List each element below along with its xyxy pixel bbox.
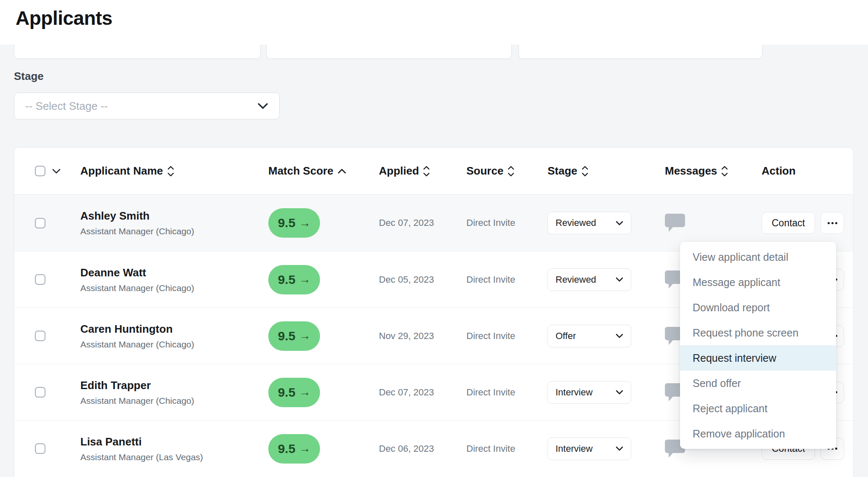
row-actions-menu: View applicant detail Message applicant …: [680, 242, 836, 449]
applicant-name[interactable]: Edith Trapper: [80, 379, 268, 392]
menu-item-view-applicant-detail[interactable]: View applicant detail: [680, 244, 836, 270]
applicant-role: Assistant Manager (Chicago): [80, 226, 268, 236]
row-checkbox[interactable]: [35, 443, 45, 454]
chevron-down-icon: [616, 334, 623, 338]
source-value: Direct Invite: [466, 331, 548, 342]
page-title: Applicants: [16, 7, 112, 29]
sort-icon: [167, 166, 174, 177]
match-score-badge[interactable]: 9.5→: [268, 265, 320, 294]
stage-filter-placeholder: -- Select Stage --: [25, 100, 108, 113]
column-header-stage[interactable]: Stage: [548, 164, 665, 178]
row-checkbox[interactable]: [35, 274, 45, 285]
table-header-row: Applicant Name Match Score Applied Sourc…: [14, 148, 853, 195]
applicant-name[interactable]: Caren Huntington: [80, 323, 268, 336]
applicant-role: Assistant Manager (Chicago): [80, 339, 268, 350]
sort-icon: [721, 166, 728, 177]
applicant-role: Assistant Manager (Las Vegas): [80, 452, 268, 462]
chevron-down-icon: [616, 390, 623, 395]
arrow-right-icon: →: [299, 387, 310, 398]
column-header-source[interactable]: Source: [466, 164, 548, 178]
menu-item-reject-applicant[interactable]: Reject applicant: [680, 396, 836, 421]
contact-button[interactable]: Contact: [762, 212, 815, 234]
arrow-right-icon: →: [299, 217, 310, 229]
column-header-applicant-name[interactable]: Applicant Name: [80, 164, 268, 178]
applicant-name[interactable]: Ashley Smith: [80, 209, 268, 223]
column-header-match-score[interactable]: Match Score: [268, 164, 379, 178]
applicant-name[interactable]: Deanne Watt: [80, 266, 268, 279]
applicant-role: Assistant Manager (Chicago): [80, 283, 268, 293]
applicants-page: Applicants Stage -- Select Stage -- Appl…: [0, 0, 868, 477]
stage-select[interactable]: Offer: [548, 325, 631, 347]
chevron-down-icon: [616, 446, 623, 451]
source-value: Direct Invite: [466, 217, 548, 228]
message-bubble-icon[interactable]: [665, 214, 685, 232]
row-checkbox[interactable]: [35, 331, 45, 341]
chevron-down-icon: [616, 277, 623, 282]
match-score-badge[interactable]: 9.5→: [268, 434, 320, 464]
applied-date: Dec 07, 2023: [379, 387, 466, 398]
match-score-badge[interactable]: 9.5→: [268, 378, 320, 407]
stage-select[interactable]: Interview: [548, 381, 631, 404]
column-header-applied[interactable]: Applied: [379, 164, 466, 178]
more-actions-button[interactable]: [820, 212, 844, 234]
source-value: Direct Invite: [466, 274, 548, 285]
match-score-badge[interactable]: 9.5→: [268, 208, 320, 238]
chevron-down-icon: [616, 221, 623, 225]
menu-item-send-offer[interactable]: Send offer: [680, 371, 836, 396]
source-value: Direct Invite: [466, 387, 548, 398]
stage-select[interactable]: Interview: [548, 437, 631, 460]
applied-date: Dec 05, 2023: [379, 274, 466, 285]
arrow-right-icon: →: [299, 274, 310, 285]
applicant-role: Assistant Manager (Chicago): [80, 396, 268, 406]
menu-item-request-interview[interactable]: Request interview: [680, 345, 836, 371]
sort-icon: [582, 166, 588, 177]
arrow-right-icon: →: [299, 443, 310, 454]
column-header-action: Action: [762, 164, 853, 178]
source-value: Direct Invite: [466, 443, 548, 454]
stage-filter-select[interactable]: -- Select Stage --: [14, 93, 280, 119]
applied-date: Dec 06, 2023: [379, 443, 466, 454]
arrow-right-icon: →: [299, 330, 310, 342]
stage-filter-label: Stage: [14, 70, 44, 83]
ellipsis-icon: [828, 222, 830, 224]
match-score-badge[interactable]: 9.5→: [268, 321, 320, 351]
sort-icon: [423, 166, 430, 177]
row-checkbox[interactable]: [35, 387, 45, 398]
applied-date: Nov 29, 2023: [379, 331, 466, 342]
column-header-messages[interactable]: Messages: [665, 164, 762, 178]
stage-select[interactable]: Reviewed: [548, 212, 631, 234]
menu-item-download-report[interactable]: Download report: [680, 295, 836, 320]
select-all-checkbox[interactable]: [35, 166, 45, 176]
stage-select[interactable]: Reviewed: [548, 268, 631, 291]
sort-icon: [508, 166, 514, 177]
chevron-down-icon[interactable]: [52, 169, 61, 174]
menu-item-request-phone-screen[interactable]: Request phone screen: [680, 320, 836, 345]
menu-item-remove-application[interactable]: Remove application: [680, 421, 836, 446]
applicant-name[interactable]: Lisa Panetti: [80, 435, 268, 448]
sort-asc-icon: [338, 168, 346, 174]
applied-date: Dec 07, 2023: [379, 217, 466, 228]
row-checkbox[interactable]: [35, 218, 45, 228]
menu-item-message-applicant[interactable]: Message applicant: [680, 270, 836, 295]
chevron-down-icon: [257, 103, 268, 109]
title-bar: Applicants: [0, 0, 868, 45]
